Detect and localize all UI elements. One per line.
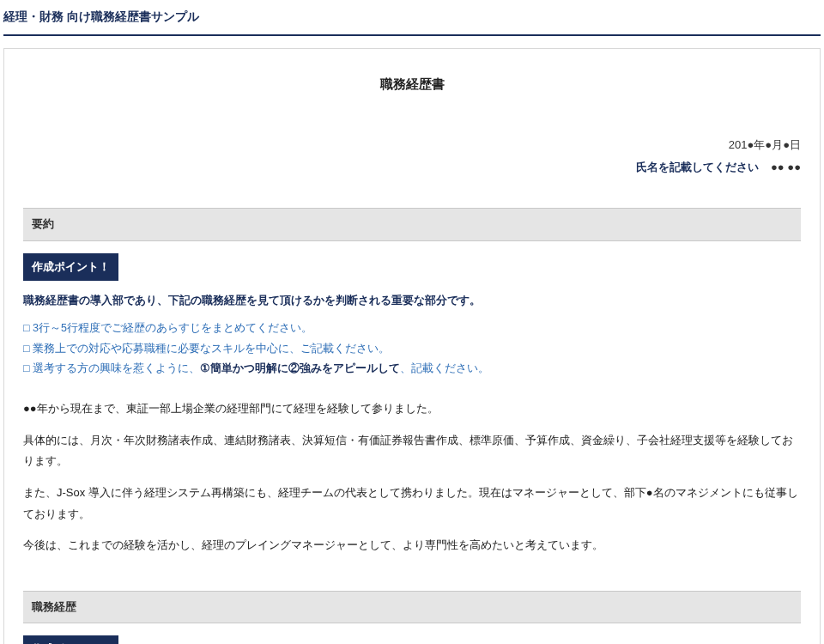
meta-name-row: 氏名を記載してください ●● ●● [23, 158, 801, 177]
body-paragraph: ●●年から現在まで、東証一部上場企業の経理部門にて経理を経験して参りました。 [23, 398, 801, 420]
header-divider [3, 34, 821, 36]
meta-name-value: ●● ●● [771, 161, 801, 173]
section-bar-summary: 要約 [23, 208, 801, 240]
meta-block: 201●年●月●日 氏名を記載してください ●● ●● [23, 136, 801, 177]
document-title: 職務経歴書 [23, 73, 801, 95]
body-paragraph: また、J-Sox 導入に伴う経理システム再構築にも、経理チームの代表として携わり… [23, 483, 801, 525]
meta-date: 201●年●月●日 [23, 136, 801, 155]
check-item: 3行～5行程度でご経歴のあらすじをまとめてください。 [23, 319, 801, 339]
section-bar-history: 職務経歴 [23, 591, 801, 623]
meta-name-label: 氏名を記載してください [636, 161, 759, 173]
summary-check-list: 3行～5行程度でご経歴のあらすじをまとめてください。 業務上での対応や応募職種に… [23, 319, 801, 380]
point-badge-summary: 作成ポイント！ [23, 253, 118, 281]
body-paragraph: 具体的には、月次・年次財務諸表作成、連結財務諸表、決算短信・有価証券報告書作成、… [23, 430, 801, 472]
page-title: 経理・財務 向け職務経歴書サンプル [3, 7, 821, 27]
check-text: 、記載ください。 [400, 362, 489, 374]
check-text: 選考する方の興味を惹くように、 [33, 362, 200, 374]
summary-body: ●●年から現在まで、東証一部上場企業の経理部門にて経理を経験して参りました。 具… [23, 398, 801, 556]
page-header: 経理・財務 向け職務経歴書サンプル [3, 0, 821, 33]
check-text-emphasis: ①簡単かつ明解に②強みをアピールして [200, 362, 400, 374]
check-item: 業務上での対応や応募職種に必要なスキルを中心に、ご記載ください。 [23, 339, 801, 360]
check-item: 選考する方の興味を惹くように、①簡単かつ明解に②強みをアピールして、記載ください… [23, 359, 801, 380]
document-frame: 職務経歴書 201●年●月●日 氏名を記載してください ●● ●● 要約 作成ポ… [3, 48, 821, 644]
summary-lead: 職務経歴書の導入部であり、下記の職務経歴を見て頂けるかを判断される重要な部分です… [23, 291, 801, 310]
point-badge-history: 作成ポイント！ [23, 635, 118, 644]
body-paragraph: 今後は、これまでの経験を活かし、経理のプレイングマネージャーとして、より専門性を… [23, 535, 801, 556]
